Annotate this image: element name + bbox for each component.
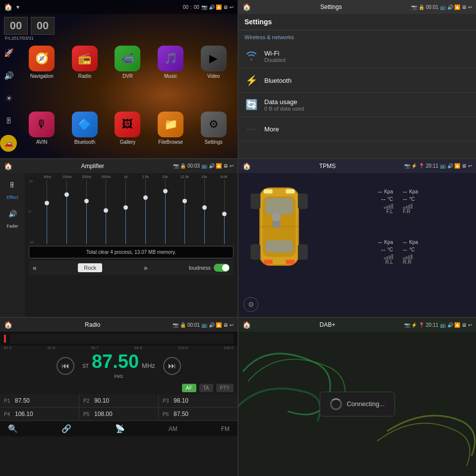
freq-60hz: 60hz: [38, 175, 58, 178]
fl-signal: [384, 204, 393, 209]
freq-bg: [10, 334, 234, 344]
more-item[interactable]: ··· More: [238, 117, 476, 141]
antenna-icon[interactable]: 📡: [115, 424, 125, 433]
eq-icon[interactable]: 🎚: [0, 112, 18, 130]
radio-next-btn[interactable]: ⏭: [163, 357, 181, 375]
home-icon[interactable]: 🏠: [4, 3, 12, 11]
eq-slider-8[interactable]: [176, 179, 194, 244]
preset-p1[interactable]: P1 87.50: [0, 394, 79, 407]
app-gallery[interactable]: 🖼 Gallery: [108, 112, 148, 158]
eq-slider-1[interactable]: [38, 179, 57, 244]
bottom-icon-1[interactable]: 🚗: [0, 135, 17, 152]
svg-rect-4: [250, 193, 260, 209]
eq-main-area: 60hz 100hz 200hz 500hz 1k 2.5k 10k 12.5k…: [25, 173, 238, 317]
search-icon[interactable]: 🔍: [8, 424, 18, 433]
eq-home-icon[interactable]: 🏠: [4, 162, 12, 170]
dvr-app-icon: 📹: [115, 46, 140, 71]
eq-freq-labels: 60hz 100hz 200hz 500hz 1k 2.5k 10k 12.5k…: [29, 175, 234, 178]
bluetooth-item[interactable]: ⚡ Bluetooth: [238, 68, 476, 93]
fr-cell: -- Kpa -- °C F.R: [399, 188, 473, 214]
settings-status-icons: 📷 🔒 00:01 📺 🔊 🔼 🖥 ↩: [411, 4, 472, 10]
loudness-toggle[interactable]: [214, 264, 230, 272]
eq-slider-10[interactable]: [215, 179, 234, 244]
time-display: 00: [183, 4, 188, 10]
freq-500hz: 500hz: [97, 175, 117, 178]
bluetooth-icon: ⚡: [244, 73, 258, 87]
app-settings[interactable]: ⚙ Settings: [193, 112, 234, 158]
eq-sliders-wrapper: 10 0 -10: [29, 179, 234, 244]
radio-af-buttons: AF TA PTY: [0, 384, 238, 392]
tpms-grid: -- Kpa -- °C F.L: [238, 173, 476, 280]
volume-icon[interactable]: 🔊: [0, 66, 18, 84]
p5-label: P5: [83, 412, 91, 417]
rl-signal: [384, 254, 393, 259]
am-btn[interactable]: AM: [169, 425, 178, 432]
connect-icon[interactable]: 🔗: [61, 424, 71, 433]
preset-p6[interactable]: P6 87.50: [159, 408, 238, 420]
freq-sub: SUB: [214, 175, 234, 178]
app-music[interactable]: 🎵 Music: [151, 46, 191, 109]
dab-home-icon[interactable]: 🏠: [242, 321, 251, 329]
af-btn[interactable]: AF: [182, 384, 196, 392]
preset-p2[interactable]: P2 90.10: [79, 394, 158, 407]
radio-freq-bar: [0, 332, 238, 346]
pty-btn[interactable]: PTY: [216, 384, 234, 392]
y-10: 10: [29, 179, 37, 183]
eq-slider-3[interactable]: [77, 179, 96, 244]
eq-prev-btn[interactable]: «: [33, 264, 37, 272]
eq-next-btn[interactable]: »: [144, 264, 148, 272]
wifi-item[interactable]: Wi-Fi Disabled: [238, 44, 476, 68]
settings-home-icon[interactable]: 🏠: [242, 3, 251, 11]
preset-p3[interactable]: P3 98.10: [159, 394, 238, 407]
p4-freq: 106.10: [15, 411, 33, 417]
data-usage-item[interactable]: 🔄 Data usage 0 B of data used: [238, 93, 476, 117]
app-navigation[interactable]: 🧭 Navigation: [22, 46, 62, 109]
radio-panel: 🏠 Radio 📷 🔒 00:01 📺 🔊 🔼 🖥 ↩ 87.5 91.6 95…: [0, 318, 238, 476]
eq-slider-2[interactable]: [58, 179, 76, 244]
freq-scale: [10, 334, 234, 344]
tpms-settings-btn[interactable]: ⚙: [243, 297, 258, 312]
tpms-home-icon[interactable]: 🏠: [242, 162, 251, 170]
fm-btn[interactable]: FM: [221, 425, 230, 432]
radio-app-icon: 📻: [72, 46, 98, 71]
settings-page-title: Settings: [244, 18, 272, 26]
app-radio[interactable]: 📻 Radio: [65, 46, 105, 109]
eq-slider-7[interactable]: [156, 179, 175, 244]
preset-p4[interactable]: P4 106.10: [0, 408, 79, 420]
status-right: 00:00 📷 🔊 🔼 🖥 ↩: [183, 4, 234, 10]
status-left: 🏠 ▼: [4, 3, 20, 11]
preset-p5[interactable]: P5 108.00: [79, 408, 158, 420]
rocket-icon[interactable]: 🚀: [0, 44, 18, 61]
eq-status-bar: 🏠 Amplifier 📷 🔒 00:03 📺 🔊 🔼 🖥 ↩: [0, 159, 238, 173]
rr-cell: -- Kpa -- °C R.R: [399, 238, 473, 265]
rl-cell: -- Kpa -- °C R.L: [318, 238, 397, 265]
eq-slider-5[interactable]: [117, 179, 135, 244]
eq-slider-4[interactable]: [97, 179, 116, 244]
brightness-icon[interactable]: ☀: [0, 89, 18, 107]
data-sub: 0 B of data used: [264, 106, 470, 112]
more-name: More: [264, 125, 470, 133]
app-video[interactable]: ▶ Video: [193, 46, 234, 109]
app-filebrowse[interactable]: 📁 FileBrowse: [151, 112, 191, 158]
wifi-sub: Disabled: [264, 57, 470, 63]
radio-controls: ⏮ ST 87.50 MHz FM1 ⏭: [0, 350, 238, 382]
gallery-app-icon: 🖼: [115, 112, 140, 137]
radio-prev-btn[interactable]: ⏮: [57, 357, 74, 375]
eq-effect-btn[interactable]: 🎚: [9, 181, 16, 189]
toggle-thumb: [222, 264, 229, 271]
app-bluetooth[interactable]: 🔷 Bluetooth: [65, 112, 105, 158]
eq-slider-9[interactable]: [195, 179, 214, 244]
eq-volume-icon[interactable]: 🔊: [8, 210, 17, 218]
eq-preset-btn[interactable]: Rock: [78, 263, 102, 272]
rr-signal: [403, 254, 413, 259]
radio-home-icon[interactable]: 🏠: [4, 321, 12, 329]
app-dvr[interactable]: 📹 DVR: [108, 46, 148, 109]
more-content: More: [264, 125, 470, 133]
eq-slider-6[interactable]: [136, 179, 155, 244]
loudness-label: loudness: [189, 265, 211, 271]
ta-btn[interactable]: TA: [199, 384, 213, 392]
freq-87: 87.5: [4, 346, 12, 350]
settings-panel: 🏠 Settings 📷 🔒 00:01 📺 🔊 🔼 🖥 ↩ Settings …: [238, 0, 476, 158]
preset-grid: P1 87.50 P2 90.10 P3 98.10 P4 106.10 P5 …: [0, 394, 238, 420]
app-avin[interactable]: 🎙 AVIN: [22, 112, 62, 158]
